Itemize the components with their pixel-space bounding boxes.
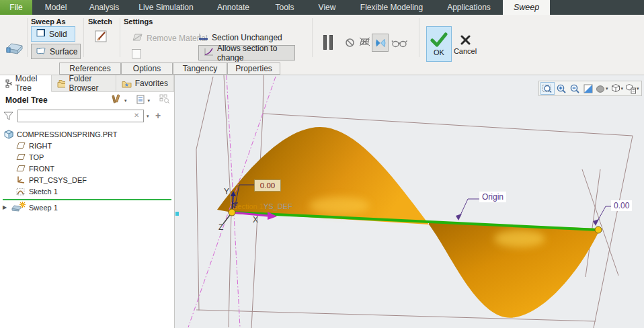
tree-tools-button[interactable] (111, 94, 122, 107)
panel-tabs: Model TreeFolder BrowserFavorites (0, 75, 174, 92)
tree-filters-button[interactable] (136, 95, 145, 107)
graphics-viewport[interactable]: 0.00 Section 1YS_DEF Origin 0.00 Y X Z ▾… (175, 75, 644, 328)
zoom-region-button[interactable] (540, 82, 555, 95)
folder-browser-icon (57, 79, 66, 88)
datum-plane-icon (16, 165, 26, 172)
dashboard-tab-references[interactable]: References (59, 63, 121, 75)
menu-item-view[interactable]: View (306, 0, 348, 15)
zoom-in-button[interactable] (555, 82, 568, 95)
part-icon (4, 130, 13, 139)
zoom-out-button[interactable] (569, 82, 581, 95)
allows-section-change-label: Allows section to change (217, 44, 290, 63)
sketch-button[interactable] (89, 28, 110, 46)
attached-preview-button[interactable] (372, 34, 389, 52)
menu-item-tools[interactable]: Tools (264, 0, 306, 15)
tree-row-prt-csys-def[interactable]: PRT_CSYS_DEF (0, 174, 174, 186)
display-style-button[interactable]: ▾ (610, 82, 625, 95)
tree-row-top[interactable]: TOP (0, 151, 174, 163)
clear-search-icon[interactable]: ✕ (134, 112, 139, 119)
cancel-x-icon (460, 35, 471, 45)
tree-row-sweep-1[interactable]: ▶Sweep 1 (0, 202, 174, 213)
menu-file[interactable]: File (0, 0, 32, 15)
axis-x-label: X (253, 215, 258, 224)
dashboard-tab-tangency[interactable]: Tangency (173, 63, 227, 75)
csys-name-partial: YS_DEF (264, 202, 292, 210)
surface-button[interactable]: Surface (31, 44, 81, 59)
verify-feature-button[interactable] (359, 36, 371, 50)
tree-filters-dropdown[interactable]: ▾ (147, 98, 150, 104)
ribbon-divider (27, 18, 28, 57)
axis-y-label: Y (224, 187, 229, 196)
settings-checkbox[interactable] (132, 49, 141, 58)
group-label-settings: Settings (124, 17, 153, 26)
ok-check-icon (430, 32, 448, 47)
no-preview-icon (345, 38, 355, 48)
datum-plane-icon (16, 153, 26, 161)
surface-icon (36, 46, 46, 57)
solid-icon (36, 28, 46, 40)
axis-z-label: Z (218, 222, 223, 232)
attached-preview-icon (374, 38, 387, 48)
tree-columns-button[interactable] (159, 94, 170, 107)
menu-item-annotate[interactable]: Annotate (203, 0, 264, 15)
tree-search-input[interactable] (17, 110, 144, 122)
section-unchanged-label: Section Unchanged (212, 33, 282, 42)
pause-bar-icon (323, 35, 327, 50)
saved-orientations-button[interactable]: ▾ (625, 82, 640, 95)
pause-button[interactable] (323, 35, 333, 50)
tree-row-sketch-1[interactable]: Sketch 1 (0, 186, 174, 197)
section-unchanged-icon (198, 32, 208, 44)
panel-tab-favorites[interactable]: Favorites (116, 75, 174, 91)
tree-row-right[interactable]: RIGHT (0, 140, 174, 151)
search-dropdown[interactable]: ▾ (147, 114, 149, 119)
cancel-button[interactable]: Cancel (452, 28, 479, 62)
model-tree-icon (5, 79, 12, 88)
sketch-feature-icon (16, 187, 26, 196)
surface-label: Surface (50, 47, 77, 56)
menu-item-flexible-modeling[interactable]: Flexible Modeling (348, 0, 435, 15)
trajectory-end-point[interactable] (595, 227, 602, 233)
scene-svg (175, 75, 644, 328)
tree-tools-dropdown[interactable]: ▾ (124, 98, 127, 104)
ok-button[interactable]: OK (426, 26, 452, 62)
tab-sweep[interactable]: Sweep (503, 0, 550, 15)
sweep-feature-icon (5, 40, 24, 58)
datum-plane-icon (16, 142, 26, 149)
dimension-left[interactable]: 0.00 (254, 179, 281, 192)
add-filter-button[interactable]: + (155, 110, 161, 121)
allows-section-change-button[interactable]: Allows section to change (198, 45, 295, 60)
ok-label: OK (434, 48, 444, 56)
shading-style-button[interactable]: ▾ (595, 82, 609, 95)
remove-material-icon (132, 33, 143, 44)
csys-icon (16, 175, 26, 184)
insert-here-locator[interactable] (3, 199, 171, 200)
solid-button[interactable]: Solid (31, 26, 75, 42)
panel-header: Model Tree ▾ ▾ (0, 92, 174, 108)
filter-funnel-icon (3, 111, 13, 124)
menu-item-applications[interactable]: Applications (435, 0, 503, 15)
tree-row-compressionspring-prt[interactable]: COMPRESSIONSPRING.PRT (0, 128, 174, 140)
preview-glasses-button[interactable] (391, 38, 408, 51)
panel-tab-model-tree[interactable]: Model Tree (0, 75, 52, 92)
dimension-right[interactable]: 0.00 (611, 200, 632, 211)
verify-mesh-icon (359, 36, 371, 47)
section-unchanged-button[interactable]: Section Unchanged (197, 32, 283, 44)
origin-label[interactable]: Origin (479, 192, 506, 202)
favorites-icon (122, 79, 132, 88)
ribbon-divider (83, 18, 84, 57)
dashboard-tab-options[interactable]: Options (121, 63, 173, 75)
menu-item-analysis[interactable]: Analysis (79, 0, 129, 15)
dashboard-tab-properties[interactable]: Properties (227, 63, 280, 75)
menu-item-live-simulation[interactable]: Live Simulation (129, 0, 203, 15)
cancel-label: Cancel (454, 47, 477, 55)
panel-tab-folder-browser[interactable]: Folder Browser (52, 75, 116, 91)
modified-star-icon (19, 202, 26, 208)
creo-window: File ModelAnalysisLive SimulationAnnotat… (0, 0, 644, 328)
menu-item-model[interactable]: Model (32, 0, 79, 15)
no-preview-button[interactable] (345, 38, 355, 50)
tree-filter-row: ✕ ▾ + (0, 108, 174, 124)
dashboard-tabstrip: ReferencesOptionsTangencyProperties (0, 62, 644, 75)
tree-row-front[interactable]: FRONT (0, 163, 174, 174)
repaint-button[interactable] (582, 82, 594, 95)
expand-arrow-icon[interactable]: ▶ (3, 204, 11, 210)
